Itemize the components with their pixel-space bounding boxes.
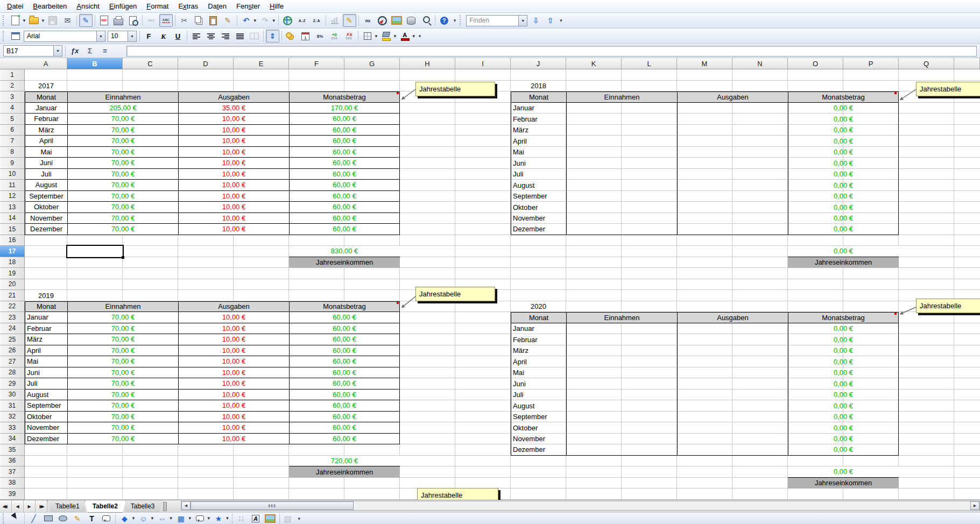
cell-ausgaben[interactable]: 10,00 € [178,356,289,367]
scroll-right-icon[interactable]: ▶ [970,501,979,510]
row-header-27[interactable]: 27 [0,356,24,367]
cell-month[interactable]: Mai [25,147,67,158]
cell-monatsbetrag[interactable]: 60,00 € [289,158,400,169]
align-right-icon[interactable] [218,30,232,43]
find-replace-icon[interactable]: ∞ [361,14,375,27]
toolbar-overflow-icon[interactable]: ▾ [298,516,301,521]
borders-icon[interactable] [361,30,374,43]
row-header-12[interactable]: 12 [0,191,24,202]
cell-jahressumme[interactable]: 720,00 € [289,456,400,467]
cell-einnahmen[interactable] [566,390,677,401]
cell-monatsbetrag[interactable]: 0,00 € [788,213,899,224]
cell-monatsbetrag[interactable]: 60,00 € [289,169,400,180]
basic-shapes-icon[interactable]: ◆ [118,512,131,524]
find-dropdown-icon[interactable]: ▼ [518,16,527,26]
tab-splitter[interactable] [163,502,167,511]
sort-descending-icon[interactable]: Z↓A [310,14,323,27]
cell-monatsbetrag[interactable]: 0,00 € [788,191,899,202]
cell-einnahmen[interactable]: 70,00 € [67,180,178,191]
cell-einnahmen[interactable] [566,422,677,434]
menu-format[interactable]: Format [142,1,173,11]
cell-month[interactable]: Oktober [511,422,566,434]
cell-month[interactable]: Juni [25,158,67,169]
row-header-23[interactable]: 23 [0,312,24,323]
cell-monatsbetrag[interactable]: 60,00 € [289,125,400,136]
cell-monatsbetrag[interactable]: 60,00 € [289,434,400,445]
menu-fenster[interactable]: Fenster [231,1,265,11]
cell-jahressumme[interactable]: 0,00 € [788,466,899,478]
tab-scroll-first-icon[interactable]: ◀ [0,500,12,513]
menu-extras[interactable]: Extras [173,1,203,11]
cell-month[interactable]: März [25,125,67,136]
redo-icon-dropdown[interactable]: ▼ [272,18,276,23]
cell-ausgaben[interactable] [677,180,788,191]
spellcheck-icon[interactable]: ABC [145,14,158,27]
cell-monatsbetrag[interactable]: 0,00 € [788,224,899,235]
line-spacing-icon[interactable]: ⇕ [266,30,279,43]
menu-einfügen[interactable]: Einfügen [104,1,142,11]
cell-month[interactable]: August [25,390,67,401]
column-header-G[interactable]: G [344,58,400,69]
row-header-16[interactable]: 16 [0,235,24,246]
cell-month[interactable]: Februar [511,334,566,345]
cell-month[interactable]: Februar [25,323,67,335]
formula-input[interactable] [126,46,977,56]
table-header-cell[interactable]: Monatsbetrag [289,91,400,103]
cell-monatsbetrag[interactable]: 170,00 € [289,103,400,114]
underline-icon[interactable]: U [171,30,185,43]
cell-monatsbetrag[interactable]: 0,00 € [788,367,899,379]
cell-monatsbetrag[interactable]: 0,00 € [788,125,899,136]
cell-monatsbetrag[interactable]: 0,00 € [788,412,899,423]
cell-monatsbetrag[interactable]: 0,00 € [788,400,899,412]
cell-ausgaben[interactable]: 10,00 € [178,323,289,335]
cell-month[interactable]: Juni [511,378,566,390]
cell-ausgaben[interactable]: 10,00 € [178,125,289,136]
find-next-icon[interactable]: ⇩ [529,14,542,27]
cell-ausgaben[interactable] [677,114,788,125]
cell-month[interactable]: September [511,412,566,423]
from-file-icon[interactable] [264,512,277,524]
table-header-cell[interactable]: Einnahmen [67,301,178,313]
cell-month[interactable]: Juli [25,378,67,390]
cell-einnahmen[interactable] [566,169,677,180]
freeform-line-icon[interactable]: ✎ [70,512,84,524]
cell-einnahmen[interactable] [566,444,677,456]
row-header-17[interactable]: 17 [0,246,24,257]
row-header-2[interactable]: 2 [0,81,24,92]
cell-ausgaben[interactable] [677,147,788,158]
cell-month[interactable]: Januar [511,323,566,335]
cell-einnahmen[interactable] [566,345,677,357]
cell-monatsbetrag[interactable]: 60,00 € [289,422,400,434]
block-arrows-icon-dropdown[interactable]: ▼ [169,516,173,521]
cell-month[interactable]: Dezember [25,224,67,235]
toolbar-overflow-icon[interactable]: ▾ [560,18,562,23]
rectangle-icon[interactable] [41,512,55,524]
cell-month[interactable]: August [511,400,566,412]
cell-einnahmen[interactable] [566,158,677,169]
row-header-29[interactable]: 29 [0,378,24,390]
cell-einnahmen[interactable]: 70,00 € [67,202,178,213]
cut-icon[interactable]: ✂ [178,14,191,27]
cell-month[interactable]: Juni [511,158,566,169]
cell-einnahmen[interactable] [566,323,677,335]
cell-month[interactable]: Mai [511,367,566,379]
auto-spellcheck-icon[interactable]: ABC [159,14,173,27]
cell-einnahmen[interactable]: 70,00 € [67,136,178,147]
cell-ausgaben[interactable] [677,224,788,235]
cell-einnahmen[interactable] [566,180,677,191]
cell-ausgaben[interactable] [677,378,788,390]
function-icon[interactable]: = [97,45,112,57]
cell-month[interactable]: April [25,345,67,357]
column-header-I[interactable]: I [455,58,511,69]
toolbar-grip[interactable] [3,513,6,524]
row-header-37[interactable]: 37 [0,466,24,478]
cell-ausgaben[interactable]: 10,00 € [178,334,289,345]
cell-month[interactable]: Januar [25,312,67,323]
row-header-9[interactable]: 9 [0,158,24,169]
cell-month[interactable]: November [25,213,67,224]
callouts-icon-dropdown[interactable]: ▼ [207,516,211,521]
borders-icon-dropdown[interactable]: ▼ [374,34,378,39]
column-header-A[interactable]: A [25,58,67,69]
cell-einnahmen[interactable] [566,202,677,213]
cell-ausgaben[interactable] [677,390,788,401]
